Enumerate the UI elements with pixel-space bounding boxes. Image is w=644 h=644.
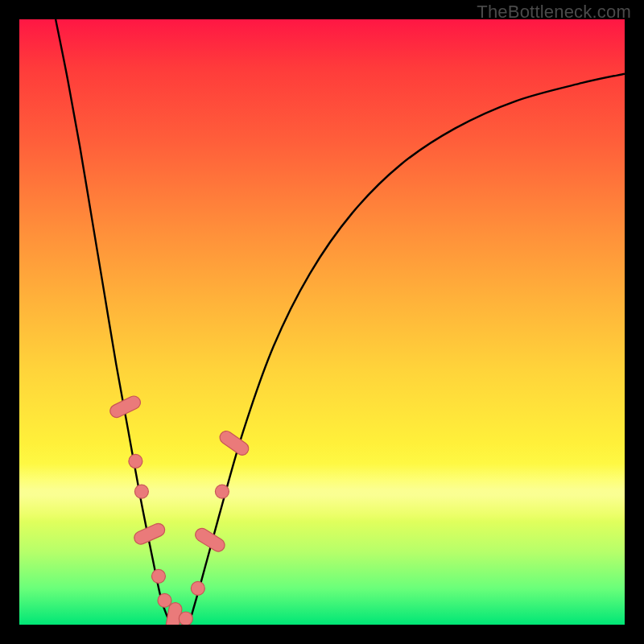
bead-7	[179, 612, 192, 625]
bead-11	[217, 428, 251, 457]
beads-group	[108, 394, 251, 625]
bead-5	[158, 593, 171, 607]
chart-frame: TheBottleneck.com	[0, 0, 644, 644]
bead-1	[129, 454, 142, 468]
bead-4	[151, 569, 165, 583]
curve-layer	[19, 19, 625, 625]
bead-2	[134, 485, 148, 498]
bead-10	[215, 485, 229, 498]
watermark-text: TheBottleneck.com	[477, 2, 631, 23]
curve-right-branch	[189, 74, 625, 625]
bead-8	[191, 581, 204, 595]
plot-area	[19, 19, 625, 625]
